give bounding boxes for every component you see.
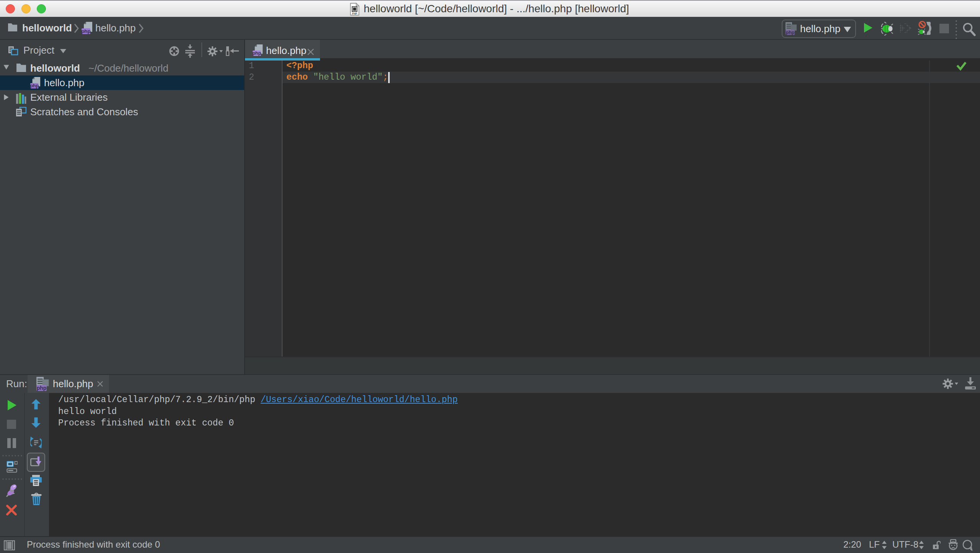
svg-text:php: php — [252, 51, 261, 56]
svg-text:PHP: PHP — [352, 12, 358, 15]
svg-text:php: php — [30, 83, 39, 88]
svg-text:php: php — [37, 385, 46, 391]
svg-text:php: php — [81, 28, 91, 34]
svg-text:php: php — [786, 30, 795, 35]
